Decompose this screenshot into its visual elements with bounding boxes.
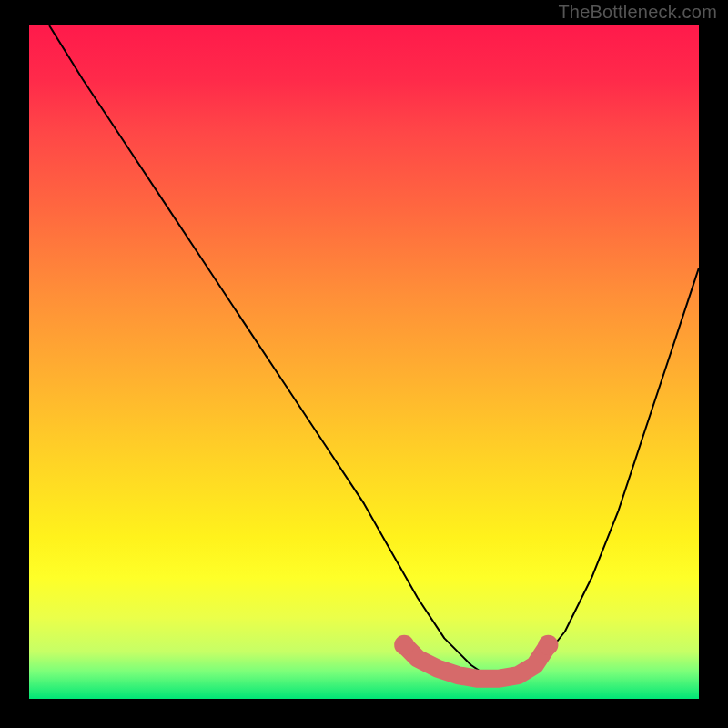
- bottleneck-curve: [49, 25, 699, 679]
- optimal-range-marker: [404, 645, 548, 679]
- watermark-text: TheBottleneck.com: [558, 2, 717, 23]
- overlay-svg: [29, 25, 699, 699]
- optimal-range-end-dot: [538, 635, 558, 655]
- chart-stage: TheBottleneck.com: [0, 0, 728, 728]
- plot-area: [29, 25, 699, 699]
- optimal-range-start-dot: [394, 635, 414, 655]
